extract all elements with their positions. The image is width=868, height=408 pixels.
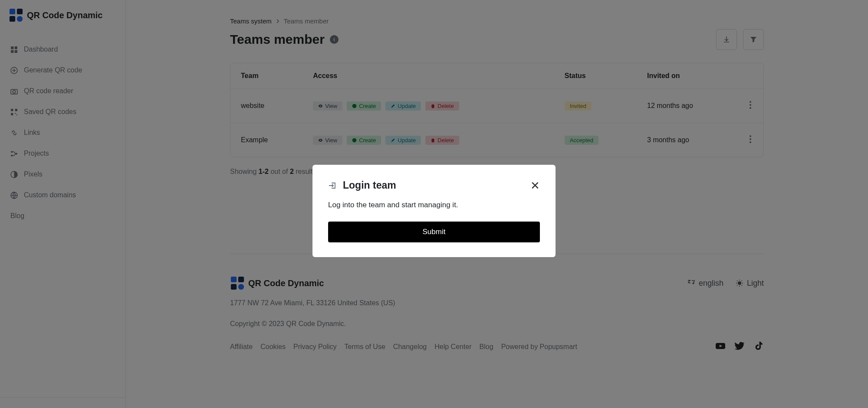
submit-button[interactable]: Submit bbox=[328, 222, 540, 242]
modal-overlay[interactable]: Login team ✕ Log into the team and start… bbox=[0, 0, 868, 408]
modal-close-button[interactable]: ✕ bbox=[530, 180, 540, 191]
modal-body-text: Log into the team and start managing it. bbox=[328, 201, 540, 209]
modal-title: Login team bbox=[328, 180, 396, 191]
login-icon bbox=[328, 181, 337, 190]
login-team-modal: Login team ✕ Log into the team and start… bbox=[312, 165, 556, 257]
